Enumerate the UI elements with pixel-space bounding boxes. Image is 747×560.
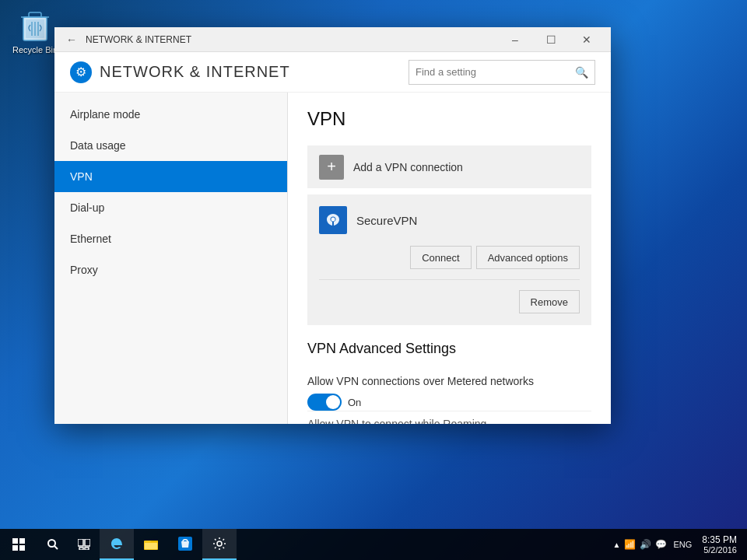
tray-arrow-icon[interactable]: ▲ [613,541,621,549]
settings-content: Airplane mode Data usage VPN Dial-up Eth… [54,93,611,424]
vpn-item-name: SecureVPN [356,214,417,227]
settings-header-title: NETWORK & INTERNET [100,63,290,81]
vpn-remove-row: Remove [319,286,580,317]
vpn-action-buttons: Connect Advanced options [319,242,580,273]
add-vpn-button[interactable]: + Add a VPN connection [307,145,591,188]
title-bar: ← NETWORK & INTERNET – ☐ ✕ [54,27,611,52]
vpn-item-header: SecureVPN [319,202,580,242]
svg-rect-5 [19,538,25,544]
svg-point-8 [48,540,55,547]
taskbar-store-button[interactable] [168,529,202,560]
advanced-options-button[interactable]: Advanced options [476,246,580,269]
search-icon: 🔍 [575,66,588,79]
back-button[interactable]: ← [61,29,82,51]
svg-point-3 [331,218,335,222]
remove-button[interactable]: Remove [519,290,580,313]
sidebar-item-label: Data usage [70,139,126,152]
clock-date: 5/2/2016 [702,545,737,555]
svg-rect-11 [85,539,90,546]
settings-gear-icon: ⚙ [70,61,92,83]
tray-volume-icon[interactable]: 🔊 [640,539,651,550]
sidebar-item-data-usage[interactable]: Data usage [54,130,287,161]
sidebar-item-label: Ethernet [70,233,111,245]
sidebar-item-label: VPN [70,170,93,183]
search-input[interactable] [416,66,575,78]
sidebar: Airplane mode Data usage VPN Dial-up Eth… [54,93,288,424]
svg-rect-4 [12,538,18,544]
sidebar-item-airplane-mode[interactable]: Airplane mode [54,99,287,130]
taskbar: ▲ 📶 🔊 💬 ENG 8:35 PM 5/2/2016 [0,529,747,560]
roaming-setting-label: Allow VPN to connect while Roaming [307,411,591,424]
svg-rect-13 [85,548,89,550]
search-taskbar-button[interactable] [37,529,68,560]
tray-message-icon[interactable]: 💬 [655,539,667,550]
metered-toggle[interactable] [307,394,342,411]
minimize-button[interactable]: – [497,27,533,52]
clock-time: 8:35 PM [702,534,737,545]
settings-header: ⚙ NETWORK & INTERNET 🔍 [54,52,611,93]
sidebar-item-proxy[interactable]: Proxy [54,254,287,285]
taskbar-settings-button[interactable] [202,529,237,560]
svg-rect-12 [79,548,83,550]
sidebar-item-ethernet[interactable]: Ethernet [54,223,287,254]
metered-networks-setting: Allow VPN connections over Metered netwo… [307,369,591,394]
taskbar-clock[interactable]: 8:35 PM 5/2/2016 [696,534,743,555]
taskbar-explorer-button[interactable] [134,529,168,560]
metered-toggle-label: On [348,397,361,408]
svg-rect-7 [19,545,25,551]
sidebar-item-dialup[interactable]: Dial-up [54,192,287,223]
tray-icons: ▲ 📶 🔊 💬 [613,539,668,550]
connect-button[interactable]: Connect [410,246,471,269]
add-vpn-label: Add a VPN connection [353,161,463,173]
main-content: VPN + Add a VPN connection [288,93,611,424]
vpn-item-icon [319,206,347,234]
svg-rect-6 [12,545,18,551]
metered-networks-label: Allow VPN connections over Metered netwo… [307,375,591,387]
window-controls: – ☐ ✕ [497,27,605,52]
task-view-button[interactable] [68,529,100,560]
taskbar-right: ▲ 📶 🔊 💬 ENG 8:35 PM 5/2/2016 [613,534,747,555]
metered-toggle-container: On [307,394,591,411]
svg-point-16 [217,541,222,546]
maximize-button[interactable]: ☐ [533,27,569,52]
language-indicator[interactable]: ENG [673,540,692,549]
sidebar-item-label: Dial-up [70,201,104,214]
svg-line-9 [54,546,58,549]
start-button[interactable] [0,529,37,560]
sidebar-item-label: Proxy [70,264,98,276]
search-box[interactable]: 🔍 [409,60,595,85]
vpn-section-title: VPN [307,108,591,130]
recycle-bin-label: Recycle Bin [12,45,58,54]
divider [319,279,580,280]
title-bar-text: NETWORK & INTERNET [86,34,191,45]
vpn-item: SecureVPN Connect Advanced options Remov… [307,194,591,325]
taskbar-edge-button[interactable] [100,529,134,560]
adv-settings-title: VPN Advanced Settings [307,341,591,357]
close-button[interactable]: ✕ [569,27,605,52]
settings-window: ← NETWORK & INTERNET – ☐ ✕ ⚙ NETWORK & I… [54,27,611,424]
tray-network-icon[interactable]: 📶 [624,539,636,550]
desktop: Recycle Bin ← NETWORK & INTERNET – ☐ ✕ [0,0,747,560]
plus-icon: + [319,155,344,180]
sidebar-item-label: Airplane mode [70,108,140,121]
sidebar-item-vpn[interactable]: VPN [54,161,287,192]
svg-rect-10 [78,539,83,546]
